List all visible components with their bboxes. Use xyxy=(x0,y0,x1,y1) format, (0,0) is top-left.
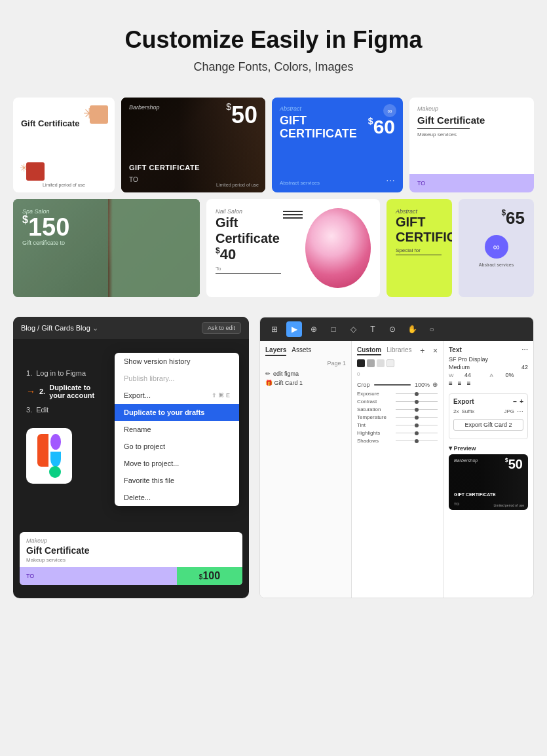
nail-stripe-3 xyxy=(283,217,303,219)
preview-thumb-to: TO xyxy=(454,502,459,506)
menu-delete[interactable]: Delete... xyxy=(115,489,239,506)
figma-properties-panel: Text ⋯ SF Pro Display Medium 42 W 44 xyxy=(443,341,533,598)
align-left-icon[interactable]: ≡ xyxy=(449,380,453,387)
nail-content: Nail Salon Gift Certificate $40 To xyxy=(216,208,283,288)
toolbar-menu-icon[interactable]: ⊞ xyxy=(267,321,282,337)
blue-price: $60 xyxy=(368,116,395,138)
add-icon[interactable]: + xyxy=(420,346,424,355)
text-prop-section: Text ⋯ SF Pro Display Medium 42 W 44 xyxy=(449,346,528,387)
figma-preview-card: Makeup Gift Certificate Makeup services … xyxy=(20,532,242,585)
export-plus-icon[interactable]: + xyxy=(519,398,523,405)
tab-layers[interactable]: Layers xyxy=(265,346,286,356)
card-barbershop: Barbershop $50 GIFT CERTIFICATE TO Limit… xyxy=(121,98,265,192)
menu-export[interactable]: Export... ⇧ ⌘ E xyxy=(115,387,239,404)
tab-assets[interactable]: Assets xyxy=(292,346,311,356)
barbershop-price: $50 xyxy=(226,101,257,129)
red-square-icon xyxy=(26,162,45,181)
menu-go-to-project[interactable]: Go to project xyxy=(115,438,239,455)
adj-temperature-bar[interactable] xyxy=(396,417,438,418)
toolbar-hand-icon[interactable]: ✋ xyxy=(404,321,420,337)
tab-custom[interactable]: Custom xyxy=(357,346,381,355)
spa-cert-label: Gift certificate to xyxy=(22,240,191,246)
toolbar-shape-icon[interactable]: □ xyxy=(326,321,341,337)
barbershop-label: Barbershop xyxy=(129,104,160,111)
adj-contrast-bar[interactable] xyxy=(396,401,438,402)
adj-exposure-bar[interactable] xyxy=(396,393,438,394)
page: Customize Easily in Figma Change Fonts, … xyxy=(0,0,547,624)
nail-stripe-1 xyxy=(283,211,303,212)
preview-section: ▾ Preview Barbershop $50 GIFT CERTIFICAT… xyxy=(449,444,528,510)
adj-tint-bar[interactable] xyxy=(396,425,438,425)
align-right-icon[interactable]: ≡ xyxy=(467,380,471,387)
toolbar-text-icon[interactable]: T xyxy=(365,321,381,337)
limited-text: Limited period of use xyxy=(43,183,85,187)
adj-temperature: Temperature xyxy=(357,414,438,420)
figma-topbar: Blog / Gift Cards Blog ⌄ Ask to edit xyxy=(13,317,249,339)
toolbar-pen-icon[interactable]: ◇ xyxy=(345,321,361,337)
page-subtitle: Change Fonts, Colors, Images xyxy=(13,60,534,74)
tab-libraries[interactable]: Libraries xyxy=(387,346,411,355)
toolbar-frame-icon[interactable]: ⊕ xyxy=(306,321,322,337)
nail-hand-image xyxy=(305,208,371,288)
crop-bar xyxy=(374,384,411,386)
nail-label: Nail Salon xyxy=(216,208,283,215)
export-minus-icon[interactable]: − xyxy=(513,398,517,405)
export-button[interactable]: Export Gift Card 2 xyxy=(453,419,523,431)
layer-icon: ✏ xyxy=(265,370,271,377)
dots-icon: ⋯ xyxy=(386,175,395,186)
abstract-services: Abstract services xyxy=(280,180,320,186)
adj-highlights: Highlights xyxy=(357,430,438,436)
step-2-text: Duplicate toyour account xyxy=(49,384,94,399)
toolbar-comment-icon[interactable]: ○ xyxy=(424,321,440,337)
export-more-icon[interactable]: ⋯ xyxy=(517,408,523,415)
close-icon[interactable]: × xyxy=(433,346,438,355)
abstract-label: Abstract xyxy=(280,105,395,112)
toolbar-select-icon[interactable]: ▶ xyxy=(286,321,302,337)
nail-price: $40 xyxy=(216,246,283,263)
makeup-underline xyxy=(417,128,470,129)
swatch-black[interactable] xyxy=(357,359,365,367)
toolbar-component-icon[interactable]: ⊙ xyxy=(385,321,400,337)
swatch-gray[interactable] xyxy=(367,359,375,367)
crop-expand-icon[interactable]: ⊕ xyxy=(432,381,438,388)
menu-show-version[interactable]: Show version history xyxy=(115,353,239,370)
infinity-icon: ∞ xyxy=(383,104,396,117)
card-abstract-blue: ∞ Abstract GIFT CERTIFICATE $60 Abstract… xyxy=(272,98,403,192)
asset-search: Custom Libraries + × xyxy=(357,346,438,355)
step-1: 1. Log in to Figma xyxy=(26,369,94,377)
adj-shadows-bar[interactable] xyxy=(396,441,438,441)
adj-highlights-bar[interactable] xyxy=(396,433,438,433)
asset-tabs: Custom Libraries xyxy=(357,346,412,355)
align-row: ≡ ≡ ≡ xyxy=(449,380,528,387)
menu-rename[interactable]: Rename xyxy=(115,421,239,438)
adj-contrast: Contrast xyxy=(357,399,438,405)
swatch-white[interactable] xyxy=(387,359,394,367)
menu-duplicate-drafts[interactable]: Duplicate to your drafts xyxy=(115,404,239,421)
card-white-gc: ✳ Gift Certificate ✳ Limited period of u… xyxy=(13,98,115,192)
step-3: 3. Edit xyxy=(26,406,94,414)
swatch-light[interactable] xyxy=(377,359,385,367)
step-2-number: 2. xyxy=(39,387,45,395)
figma-page-label: Page 1 xyxy=(265,360,346,367)
adj-exposure: Exposure xyxy=(357,391,438,397)
adj-saturation-bar[interactable] xyxy=(396,409,438,410)
adj-shadows: Shadows xyxy=(357,438,438,444)
figma-body: Layers Assets Page 1 ✏ edit figma 🎁 Gift… xyxy=(260,341,533,598)
abs-underline xyxy=(396,255,442,255)
card-nail: Nail Salon Gift Certificate $40 To xyxy=(206,199,380,297)
cards-section: ✳ Gift Certificate ✳ Limited period of u… xyxy=(13,98,534,297)
figma-logo-area xyxy=(26,428,72,484)
menu-move-to-project[interactable]: Move to project... xyxy=(115,455,239,472)
makeup-title: Gift Certificate xyxy=(417,115,526,126)
adjustment-list: Exposure Contrast Saturation Temper xyxy=(357,391,438,444)
abs-special: Special for xyxy=(396,247,443,253)
gc-dark-label: GIFT CERTIFICATE xyxy=(129,164,200,171)
align-center-icon[interactable]: ≡ xyxy=(458,380,462,387)
menu-favorite[interactable]: Favorite this file xyxy=(115,472,239,489)
adj-tint: Tint xyxy=(357,422,438,428)
ask-to-edit-button[interactable]: Ask to edit xyxy=(202,322,241,334)
figma-ui-panel: ⊞ ▶ ⊕ □ ◇ T ⊙ ✋ ○ Layers Assets Page 1 xyxy=(259,317,534,598)
prop-options-icon[interactable]: ⋯ xyxy=(521,346,528,353)
nail-underline xyxy=(216,273,281,274)
preview-thumb-limited: Limited period of use xyxy=(494,503,524,507)
